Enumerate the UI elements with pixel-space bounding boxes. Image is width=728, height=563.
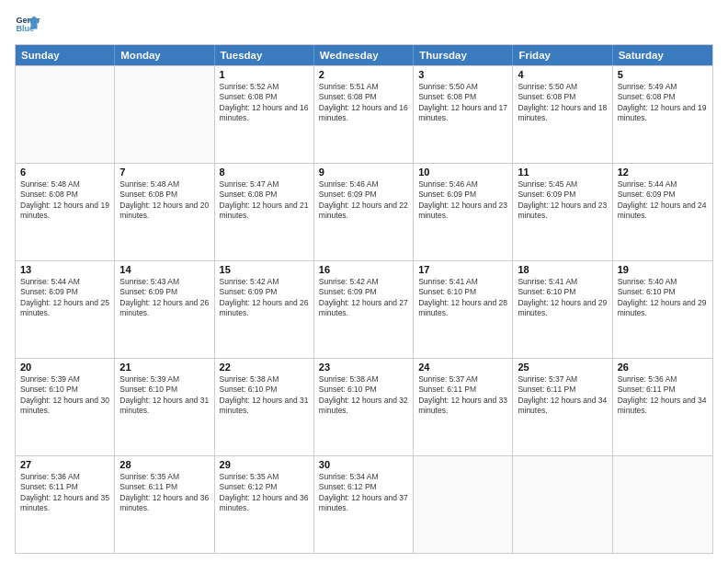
cell-info: Sunrise: 5:46 AM Sunset: 6:09 PM Dayligh…	[418, 179, 507, 222]
cell-info: Sunrise: 5:44 AM Sunset: 6:09 PM Dayligh…	[618, 179, 708, 222]
cal-cell: 24Sunrise: 5:37 AM Sunset: 6:11 PM Dayli…	[414, 359, 513, 455]
calendar-row-0: 1Sunrise: 5:52 AM Sunset: 6:08 PM Daylig…	[16, 65, 712, 163]
cal-cell: 27Sunrise: 5:36 AM Sunset: 6:11 PM Dayli…	[16, 456, 115, 553]
cell-info: Sunrise: 5:38 AM Sunset: 6:10 PM Dayligh…	[220, 374, 309, 417]
cell-info: Sunrise: 5:41 AM Sunset: 6:10 PM Dayligh…	[418, 277, 507, 319]
cell-info: Sunrise: 5:39 AM Sunset: 6:10 PM Dayligh…	[119, 374, 209, 417]
cell-info: Sunrise: 5:45 AM Sunset: 6:09 PM Dayligh…	[518, 179, 607, 222]
cell-info: Sunrise: 5:39 AM Sunset: 6:10 PM Dayligh…	[20, 374, 109, 417]
day-number: 12	[618, 167, 708, 178]
day-number: 15	[220, 264, 309, 275]
day-number: 28	[119, 459, 209, 470]
day-number: 30	[319, 459, 408, 470]
cell-info: Sunrise: 5:36 AM Sunset: 6:11 PM Dayligh…	[20, 472, 109, 514]
logo: General Blue	[15, 11, 40, 37]
cal-cell: 29Sunrise: 5:35 AM Sunset: 6:12 PM Dayli…	[215, 456, 314, 553]
day-number: 3	[418, 69, 507, 80]
day-number: 25	[518, 362, 607, 373]
cal-cell: 9Sunrise: 5:46 AM Sunset: 6:09 PM Daylig…	[314, 164, 414, 260]
cal-cell: 8Sunrise: 5:47 AM Sunset: 6:08 PM Daylig…	[215, 164, 314, 260]
cal-cell	[613, 456, 712, 553]
cell-info: Sunrise: 5:46 AM Sunset: 6:09 PM Dayligh…	[319, 179, 408, 222]
cell-info: Sunrise: 5:44 AM Sunset: 6:09 PM Dayligh…	[20, 277, 109, 319]
cal-cell: 20Sunrise: 5:39 AM Sunset: 6:10 PM Dayli…	[16, 359, 115, 455]
cal-cell: 14Sunrise: 5:43 AM Sunset: 6:09 PM Dayli…	[115, 261, 214, 358]
header-cell-monday: Monday	[115, 45, 214, 65]
cal-cell: 19Sunrise: 5:40 AM Sunset: 6:10 PM Dayli…	[613, 261, 712, 358]
day-number: 6	[20, 167, 109, 178]
day-number: 9	[319, 167, 408, 178]
header-cell-friday: Friday	[513, 45, 612, 65]
cell-info: Sunrise: 5:37 AM Sunset: 6:11 PM Dayligh…	[518, 374, 607, 417]
header-cell-sunday: Sunday	[16, 45, 115, 65]
cell-info: Sunrise: 5:34 AM Sunset: 6:12 PM Dayligh…	[319, 472, 408, 514]
day-number: 16	[319, 264, 408, 275]
day-number: 18	[518, 264, 607, 275]
cal-cell	[414, 456, 513, 553]
cell-info: Sunrise: 5:40 AM Sunset: 6:10 PM Dayligh…	[618, 277, 708, 319]
cal-cell: 5Sunrise: 5:49 AM Sunset: 6:08 PM Daylig…	[613, 66, 712, 163]
cell-info: Sunrise: 5:47 AM Sunset: 6:08 PM Dayligh…	[220, 179, 309, 222]
cell-info: Sunrise: 5:37 AM Sunset: 6:11 PM Dayligh…	[418, 374, 507, 417]
day-number: 17	[418, 264, 507, 275]
cell-info: Sunrise: 5:50 AM Sunset: 6:08 PM Dayligh…	[518, 82, 607, 124]
cal-cell: 2Sunrise: 5:51 AM Sunset: 6:08 PM Daylig…	[314, 66, 414, 163]
header-cell-tuesday: Tuesday	[215, 45, 314, 65]
day-number: 20	[20, 362, 109, 373]
calendar-row-1: 6Sunrise: 5:48 AM Sunset: 6:08 PM Daylig…	[16, 163, 712, 260]
cal-cell: 26Sunrise: 5:36 AM Sunset: 6:11 PM Dayli…	[613, 359, 712, 455]
cell-info: Sunrise: 5:51 AM Sunset: 6:08 PM Dayligh…	[319, 82, 408, 124]
cal-cell: 16Sunrise: 5:42 AM Sunset: 6:09 PM Dayli…	[314, 261, 414, 358]
cell-info: Sunrise: 5:36 AM Sunset: 6:11 PM Dayligh…	[618, 374, 708, 417]
cell-info: Sunrise: 5:42 AM Sunset: 6:09 PM Dayligh…	[319, 277, 408, 319]
cal-cell	[513, 456, 612, 553]
day-number: 7	[119, 167, 209, 178]
cell-info: Sunrise: 5:41 AM Sunset: 6:10 PM Dayligh…	[518, 277, 607, 319]
calendar-row-2: 13Sunrise: 5:44 AM Sunset: 6:09 PM Dayli…	[16, 260, 712, 358]
cell-info: Sunrise: 5:52 AM Sunset: 6:08 PM Dayligh…	[220, 82, 309, 124]
cell-info: Sunrise: 5:49 AM Sunset: 6:08 PM Dayligh…	[618, 82, 708, 124]
cell-info: Sunrise: 5:38 AM Sunset: 6:10 PM Dayligh…	[319, 374, 408, 417]
cal-cell: 11Sunrise: 5:45 AM Sunset: 6:09 PM Dayli…	[513, 164, 612, 260]
day-number: 10	[418, 167, 507, 178]
calendar-row-3: 20Sunrise: 5:39 AM Sunset: 6:10 PM Dayli…	[16, 358, 712, 455]
day-number: 14	[119, 264, 209, 275]
day-number: 4	[518, 69, 607, 80]
calendar-header-row: SundayMondayTuesdayWednesdayThursdayFrid…	[16, 45, 712, 65]
cal-cell	[16, 66, 115, 163]
cal-cell: 21Sunrise: 5:39 AM Sunset: 6:10 PM Dayli…	[115, 359, 214, 455]
day-number: 8	[220, 167, 309, 178]
day-number: 23	[319, 362, 408, 373]
calendar: SundayMondayTuesdayWednesdayThursdayFrid…	[15, 44, 713, 554]
day-number: 26	[618, 362, 708, 373]
cal-cell: 23Sunrise: 5:38 AM Sunset: 6:10 PM Dayli…	[314, 359, 414, 455]
day-number: 5	[618, 69, 708, 80]
cal-cell: 1Sunrise: 5:52 AM Sunset: 6:08 PM Daylig…	[215, 66, 314, 163]
cal-cell: 28Sunrise: 5:35 AM Sunset: 6:11 PM Dayli…	[115, 456, 214, 553]
day-number: 22	[220, 362, 309, 373]
cal-cell: 15Sunrise: 5:42 AM Sunset: 6:09 PM Dayli…	[215, 261, 314, 358]
day-number: 2	[319, 69, 408, 80]
day-number: 1	[220, 69, 309, 80]
cal-cell	[115, 66, 214, 163]
day-number: 27	[20, 459, 109, 470]
day-number: 21	[119, 362, 209, 373]
cal-cell: 4Sunrise: 5:50 AM Sunset: 6:08 PM Daylig…	[513, 66, 612, 163]
cal-cell: 22Sunrise: 5:38 AM Sunset: 6:10 PM Dayli…	[215, 359, 314, 455]
day-number: 29	[220, 459, 309, 470]
cal-cell: 17Sunrise: 5:41 AM Sunset: 6:10 PM Dayli…	[414, 261, 513, 358]
calendar-body: 1Sunrise: 5:52 AM Sunset: 6:08 PM Daylig…	[16, 65, 712, 553]
cal-cell: 30Sunrise: 5:34 AM Sunset: 6:12 PM Dayli…	[314, 456, 414, 553]
day-number: 11	[518, 167, 607, 178]
cell-info: Sunrise: 5:48 AM Sunset: 6:08 PM Dayligh…	[20, 179, 109, 222]
cal-cell: 18Sunrise: 5:41 AM Sunset: 6:10 PM Dayli…	[513, 261, 612, 358]
calendar-row-4: 27Sunrise: 5:36 AM Sunset: 6:11 PM Dayli…	[16, 455, 712, 553]
header-cell-wednesday: Wednesday	[314, 45, 414, 65]
cal-cell: 13Sunrise: 5:44 AM Sunset: 6:09 PM Dayli…	[16, 261, 115, 358]
header-cell-saturday: Saturday	[613, 45, 712, 65]
header-cell-thursday: Thursday	[414, 45, 513, 65]
cell-info: Sunrise: 5:35 AM Sunset: 6:12 PM Dayligh…	[220, 472, 309, 514]
cell-info: Sunrise: 5:42 AM Sunset: 6:09 PM Dayligh…	[220, 277, 309, 319]
cell-info: Sunrise: 5:50 AM Sunset: 6:08 PM Dayligh…	[418, 82, 507, 124]
cell-info: Sunrise: 5:43 AM Sunset: 6:09 PM Dayligh…	[119, 277, 209, 319]
